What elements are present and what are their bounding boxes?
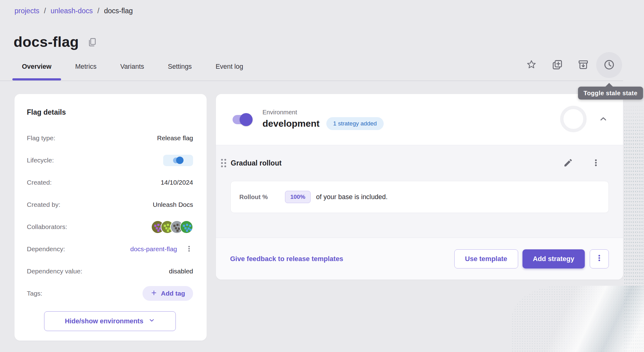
created-row: Created: 14/10/2024 xyxy=(27,171,193,194)
dependency-flag-link[interactable]: docs-parent-flag xyxy=(130,245,177,253)
created-label: Created: xyxy=(27,179,52,186)
kebab-menu-icon xyxy=(595,253,603,264)
favorite-button[interactable] xyxy=(518,52,544,78)
flag-type-label: Flag type: xyxy=(27,134,55,142)
copy-icon xyxy=(87,37,97,48)
environment-card: Environment development 1 strategy added xyxy=(216,94,623,280)
breadcrumb-projects[interactable]: projects xyxy=(14,7,39,15)
lifecycle-stage-chip[interactable] xyxy=(163,155,193,166)
breadcrumb-current-flag: docs-flag xyxy=(104,7,133,15)
collapse-environment-button[interactable] xyxy=(595,111,611,127)
environment-footer: Give feedback to release templates Use t… xyxy=(216,238,623,280)
tab-variants[interactable]: Variants xyxy=(111,52,154,81)
environment-menu-button[interactable] xyxy=(590,249,609,268)
lifecycle-row: Lifecycle: xyxy=(27,149,193,171)
flag-details-list: Flag type: Release flag Lifecycle: Creat… xyxy=(27,127,193,305)
lifecycle-live-icon xyxy=(176,157,184,164)
collaborators-row: Collaborators: xyxy=(27,216,193,238)
drag-handle-icon[interactable] xyxy=(220,157,228,169)
add-tag-button[interactable]: Add tag xyxy=(142,286,193,301)
hide-show-environments-button[interactable]: Hide/show environments xyxy=(44,311,176,331)
plus-icon xyxy=(151,289,157,298)
edit-strategy-button[interactable] xyxy=(561,156,576,170)
tab-label: Variants xyxy=(120,63,144,71)
created-by-value: Unleash Docs xyxy=(153,201,193,208)
strategy-panel: Gradual rollout xyxy=(216,145,623,238)
tabs-divider xyxy=(0,80,623,81)
tab-event-log[interactable]: Event log xyxy=(206,52,253,81)
dependency-value-label: Dependency value: xyxy=(27,268,82,275)
copy-flag-button[interactable] xyxy=(544,52,570,78)
kebab-menu-icon xyxy=(185,244,193,254)
use-template-button[interactable]: Use template xyxy=(454,249,518,268)
environment-name: development xyxy=(262,118,320,129)
exposure-ring-indicator xyxy=(560,106,587,132)
flag-type-row: Flag type: Release flag xyxy=(27,127,193,149)
copy-flag-name-button[interactable] xyxy=(85,36,99,50)
flag-details-card: Flag details Flag type: Release flag Lif… xyxy=(14,94,207,341)
tags-label: Tags: xyxy=(27,290,42,297)
flag-tabs: Overview Metrics Variants Settings Event… xyxy=(12,52,253,81)
rollout-summary-card: Rollout % 100% of your base is included. xyxy=(230,181,609,213)
tab-label: Overview xyxy=(22,63,52,71)
breadcrumb: projects / unleash-docs / docs-flag xyxy=(14,7,133,15)
strategy-menu-button[interactable] xyxy=(588,156,603,170)
dependency-menu-button[interactable] xyxy=(185,244,193,255)
release-templates-feedback-link[interactable]: Give feedback to release templates xyxy=(230,255,343,263)
archive-flag-button[interactable] xyxy=(570,52,596,78)
rollout-label: Rollout % xyxy=(239,194,268,201)
toggle-thumb xyxy=(240,113,253,126)
created-by-label: Created by: xyxy=(27,201,60,208)
hide-show-environments-label: Hide/show environments xyxy=(65,317,143,325)
breadcrumb-project-name[interactable]: unleash-docs xyxy=(51,7,93,15)
strategy-count-badge: 1 strategy added xyxy=(326,117,384,130)
tab-overview[interactable]: Overview xyxy=(12,52,61,81)
clock-icon xyxy=(603,59,615,72)
flag-actions-toolbar xyxy=(518,52,622,78)
flag-details-heading: Flag details xyxy=(27,108,193,117)
tab-label: Metrics xyxy=(75,63,97,71)
add-tag-label: Add tag xyxy=(161,290,185,297)
collaborator-avatar[interactable] xyxy=(180,220,193,234)
created-by-row: Created by: Unleash Docs xyxy=(27,194,193,216)
chevron-down-icon xyxy=(148,317,155,325)
dependency-value-row: Dependency value: disabled xyxy=(27,260,193,282)
tags-row: Tags: Add tag xyxy=(27,282,193,305)
flag-type-value: Release flag xyxy=(157,134,193,142)
collaborators-label: Collaborators: xyxy=(27,223,67,231)
archive-icon xyxy=(577,59,589,72)
lifecycle-label: Lifecycle: xyxy=(27,157,54,164)
tab-label: Event log xyxy=(216,63,243,71)
collaborator-avatars xyxy=(151,220,193,234)
dependency-label: Dependency: xyxy=(27,245,65,253)
created-value: 14/10/2024 xyxy=(161,179,193,186)
tab-label: Settings xyxy=(168,63,192,71)
page-title: docs-flag xyxy=(14,33,79,50)
dependency-value-value: disabled xyxy=(169,268,193,275)
environment-label: Environment xyxy=(262,109,384,116)
strategy-header: Gradual rollout xyxy=(216,145,623,181)
chevron-up-icon xyxy=(599,114,608,125)
copy-add-icon xyxy=(551,59,563,72)
toggle-stale-button[interactable] xyxy=(596,52,622,78)
environment-header: Environment development 1 strategy added xyxy=(216,94,623,145)
tooltip-toggle-stale-state: Toggle stale state xyxy=(578,87,643,100)
breadcrumb-separator: / xyxy=(97,7,99,15)
add-strategy-button[interactable]: Add strategy xyxy=(522,249,585,268)
pencil-icon xyxy=(563,158,573,169)
tooltip-text: Toggle stale state xyxy=(584,90,638,97)
breadcrumb-separator: / xyxy=(44,7,46,15)
tab-settings[interactable]: Settings xyxy=(158,52,201,81)
environment-toggle[interactable] xyxy=(233,115,251,124)
rollout-description: of your base is included. xyxy=(316,193,388,201)
background-texture xyxy=(511,286,644,352)
star-icon xyxy=(526,59,537,71)
kebab-menu-icon xyxy=(592,158,600,169)
tab-metrics[interactable]: Metrics xyxy=(66,52,106,81)
flag-overview-page: projects / unleash-docs / docs-flag docs… xyxy=(0,0,644,352)
strategy-title: Gradual rollout xyxy=(231,159,282,167)
dependency-row: Dependency: docs-parent-flag xyxy=(27,238,193,260)
rollout-percentage-chip: 100% xyxy=(285,191,311,203)
page-header: docs-flag xyxy=(14,33,99,50)
